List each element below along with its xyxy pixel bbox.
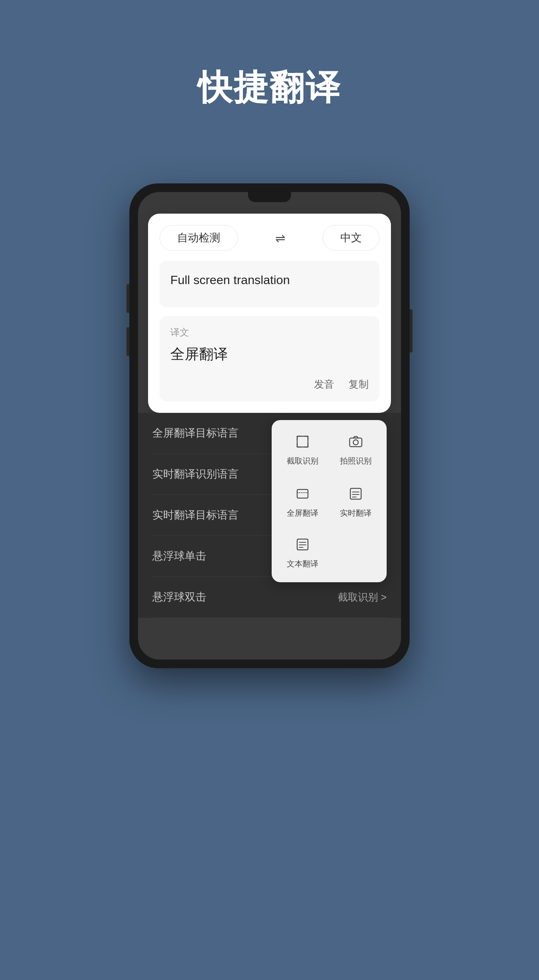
realtime-icon: [349, 487, 363, 504]
input-box[interactable]: Full screen translation: [160, 261, 379, 307]
menu-item-fullscreen[interactable]: 全屏翻译: [279, 479, 326, 526]
swap-icon[interactable]: ⇌: [275, 231, 285, 245]
input-text: Full screen translation: [170, 273, 290, 286]
setting-row-float-double[interactable]: 悬浮球双击 截取识别 >: [152, 577, 387, 618]
menu-item-text[interactable]: 文本翻译: [279, 531, 326, 575]
phone-button-power: [410, 309, 412, 352]
phone-button-volume-up: [127, 284, 129, 313]
menu-label-camera: 拍照识别: [340, 456, 371, 466]
setting-label-fullscreen-lang: 全屏翻译目标语言: [152, 426, 239, 441]
menu-label-text: 文本翻译: [287, 558, 319, 569]
setting-value-float-double: 截取识别 >: [338, 590, 387, 604]
setting-label-realtime-source: 实时翻译识别语言: [152, 467, 239, 482]
target-lang-button[interactable]: 中文: [323, 225, 379, 251]
floating-menu: 截取识别 拍照识别: [272, 420, 387, 582]
menu-grid: 截取识别 拍照识别: [279, 427, 379, 575]
setting-label-float-double: 悬浮球双击: [152, 590, 206, 605]
menu-label-fullscreen: 全屏翻译: [287, 508, 319, 519]
lang-selector: 自动检测 ⇌ 中文: [160, 225, 379, 251]
menu-item-screenshot[interactable]: 截取识别: [279, 427, 326, 474]
menu-item-realtime[interactable]: 实时翻译: [332, 479, 379, 526]
output-label: 译文: [170, 326, 369, 339]
translation-card: 自动检测 ⇌ 中文 Full screen translation 译文 全屏翻…: [148, 214, 391, 413]
phone-screen: 自动检测 ⇌ 中文 Full screen translation 译文 全屏翻…: [138, 192, 401, 660]
pronounce-button[interactable]: 发音: [314, 378, 334, 391]
svg-rect-0: [297, 436, 308, 447]
phone-button-volume-down: [127, 327, 129, 356]
text-icon: [295, 537, 310, 555]
phone-notch: [248, 192, 291, 202]
fullscreen-icon: [295, 487, 310, 504]
output-actions: 发音 复制: [170, 378, 369, 391]
settings-region: 全屏翻译目标语言 中文 > 实时翻译识别语言 实时翻译目标语言 悬浮球单击 功能…: [138, 413, 401, 618]
svg-rect-1: [350, 438, 362, 447]
screenshot-icon: [295, 434, 310, 452]
source-lang-button[interactable]: 自动检测: [160, 225, 238, 251]
menu-item-camera[interactable]: 拍照识别: [332, 427, 379, 474]
menu-label-realtime: 实时翻译: [340, 508, 371, 519]
setting-label-float-single: 悬浮球单击: [152, 549, 206, 563]
copy-button[interactable]: 复制: [349, 378, 369, 391]
svg-point-2: [353, 440, 358, 445]
page-title: 快捷翻译: [198, 65, 341, 111]
output-box: 译文 全屏翻译 发音 复制: [160, 316, 379, 401]
output-text: 全屏翻译: [170, 343, 369, 365]
camera-icon: [349, 434, 363, 452]
menu-label-screenshot: 截取识别: [287, 456, 319, 466]
setting-label-realtime-target: 实时翻译目标语言: [152, 508, 239, 523]
svg-rect-4: [350, 488, 361, 499]
phone-frame: 自动检测 ⇌ 中文 Full screen translation 译文 全屏翻…: [129, 183, 410, 668]
svg-rect-3: [297, 490, 308, 498]
